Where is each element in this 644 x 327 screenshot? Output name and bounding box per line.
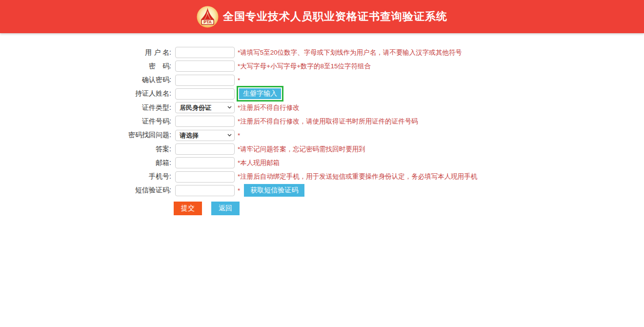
submit-button[interactable]: 提交 [174,202,202,215]
recovery-question-label: 密码找回问题: [0,131,173,140]
back-button[interactable]: 返回 [211,202,240,215]
id-number-input[interactable] [175,116,235,127]
form-row-id-number: 证件号码: *注册后不得自行修改，请使用取得证书时所用证件的证件号码 [0,116,644,127]
username-input[interactable] [175,47,235,58]
form-row-id-type: 证件类型: 居民身份证 *注册后不得自行修改 [0,102,644,113]
answer-hint: *请牢记问题答案，忘记密码需找回时要用到 [238,145,365,154]
highlight-box: 生僻字输入 [237,86,283,102]
id-type-select[interactable]: 居民身份证 [175,102,235,113]
username-hint: *请填写5至20位数字、字母或下划线作为用户名，请不要输入汉字或其他符号 [238,48,462,57]
rare-char-input-button[interactable]: 生僻字输入 [239,88,281,99]
form-row-username: 用 户 名: *请填写5至20位数字、字母或下划线作为用户名，请不要输入汉字或其… [0,47,644,58]
confirm-password-input[interactable] [175,75,235,86]
phone-input[interactable] [175,171,235,183]
form-actions: 提交 返回 [174,202,644,215]
get-sms-code-button[interactable]: 获取短信验证码 [244,184,304,197]
id-type-hint: *注册后不得自行修改 [238,103,300,112]
email-label: 邮箱: [0,159,173,167]
username-label: 用 户 名: [0,48,173,57]
holder-name-input[interactable] [175,88,235,100]
email-field[interactable] [175,157,235,168]
password-label: 密 码: [0,62,173,71]
password-input[interactable] [175,61,235,72]
pta-logo-icon: PTA [197,6,219,28]
phone-label: 手机号: [0,172,173,181]
form-row-answer: 答案: *请牢记问题答案，忘记密码需找回时要用到 [0,143,644,155]
form-row-confirm-password: 确认密码: * [0,75,644,86]
answer-label: 答案: [0,145,173,154]
svg-text:PTA: PTA [203,20,212,24]
form-row-email: 邮箱: *本人现用邮箱 [0,157,644,168]
id-number-label: 证件号码: [0,117,173,126]
id-number-hint: *注册后不得自行修改，请使用取得证书时所用证件的证件号码 [238,117,418,126]
registration-form: 用 户 名: *请填写5至20位数字、字母或下划线作为用户名，请不要输入汉字或其… [0,47,644,215]
confirm-password-label: 确认密码: [0,76,173,84]
sms-code-hint: * [238,187,240,194]
app-header: PTA 全国专业技术人员职业资格证书查询验证系统 [0,0,644,33]
sms-code-label: 短信验证码: [0,186,173,195]
id-type-select-wrap: 居民身份证 [175,102,235,113]
sms-code-input[interactable] [175,185,235,196]
confirm-password-hint: * [238,77,240,84]
form-row-holder-name: 持证人姓名: 生僻字输入 [0,88,644,100]
form-row-recovery-question: 密码找回问题: 请选择 * [0,130,644,141]
recovery-question-select-wrap: 请选择 [175,130,235,141]
page-title: 全国专业技术人员职业资格证书查询验证系统 [223,9,447,24]
recovery-question-hint: * [238,132,240,139]
form-row-password: 密 码: *大写字母+小写字母+数字的8至15位字符组合 [0,61,644,72]
form-row-phone: 手机号: *注册后自动绑定手机，用于发送短信或重要操作身份认定，务必填写本人现用… [0,171,644,183]
phone-hint: *注册后自动绑定手机，用于发送短信或重要操作身份认定，务必填写本人现用手机 [238,172,477,181]
email-hint: *本人现用邮箱 [238,159,280,167]
answer-input[interactable] [175,143,235,155]
recovery-question-select[interactable]: 请选择 [175,130,235,141]
password-hint: *大写字母+小写字母+数字的8至15位字符组合 [238,62,371,71]
form-row-sms-code: 短信验证码: * 获取短信验证码 [0,185,644,196]
holder-name-label: 持证人姓名: [0,89,173,98]
id-type-label: 证件类型: [0,103,173,112]
